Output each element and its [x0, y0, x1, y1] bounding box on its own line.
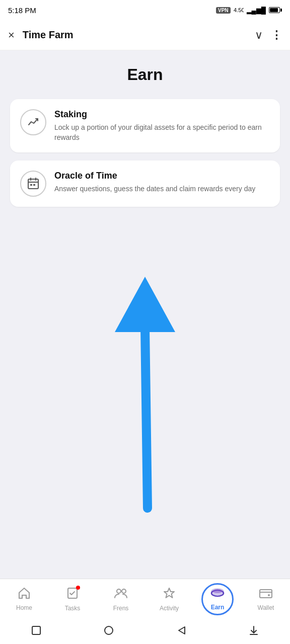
chevron-down-icon[interactable]: ∨ [255, 29, 263, 42]
activity-label: Activity [160, 605, 179, 612]
wallet-label: Wallet [258, 604, 274, 611]
nav-item-wallet[interactable]: Wallet [242, 587, 290, 611]
tasks-icon [66, 587, 79, 603]
android-recent-button[interactable] [31, 625, 42, 638]
svg-point-16 [268, 594, 270, 596]
earn-icon [210, 588, 225, 602]
oracle-card[interactable]: Oracle of Time Answer questions, guess t… [10, 160, 280, 207]
staking-icon [20, 109, 46, 135]
tasks-badge [76, 586, 80, 590]
svg-rect-5 [30, 184, 32, 186]
svg-text:4.5G: 4.5G [234, 7, 244, 13]
android-download-button[interactable] [248, 625, 259, 638]
nav-left: × Time Farm [8, 29, 74, 42]
staking-card[interactable]: Staking Lock up a portion of your digita… [10, 99, 280, 152]
status-icons: VPN 4.5G ▂▄▆█ [216, 6, 282, 15]
activity-icon [163, 587, 176, 603]
nav-item-activity[interactable]: Activity [145, 587, 193, 612]
android-back-button[interactable] [176, 625, 187, 638]
svg-point-14 [212, 589, 223, 593]
svg-rect-17 [32, 626, 40, 634]
app-title: Time Farm [23, 29, 74, 41]
signal-bars-icon: ▂▄▆█ [247, 7, 266, 14]
staking-description: Lock up a portion of your digital assets… [54, 123, 270, 142]
oracle-description: Answer questions, guess the dates and cl… [54, 184, 255, 194]
svg-rect-6 [33, 184, 35, 186]
earn-active-circle[interactable]: Earn [201, 583, 234, 615]
battery-icon [269, 7, 282, 13]
earn-label: Earn [211, 604, 225, 611]
nav-item-tasks[interactable]: Tasks [48, 587, 97, 612]
svg-point-11 [122, 589, 126, 593]
frens-label: Frens [113, 605, 129, 612]
nav-item-frens[interactable]: Frens [97, 587, 145, 612]
home-icon [18, 587, 31, 602]
nav-item-home[interactable]: Home [0, 587, 48, 611]
svg-point-18 [105, 626, 113, 634]
status-bar: 5:18 PM VPN 4.5G ▂▄▆█ [0, 0, 290, 20]
oracle-icon [20, 171, 46, 197]
home-label: Home [16, 604, 32, 611]
svg-marker-19 [179, 627, 185, 634]
oracle-title: Oracle of Time [54, 171, 255, 181]
main-content: Earn Staking Lock up a portion of your d… [0, 50, 290, 579]
svg-rect-15 [260, 590, 272, 598]
svg-point-10 [117, 589, 121, 593]
nav-right: ∨ ⋮ [255, 29, 282, 42]
bottom-nav: Home Tasks Frens [0, 579, 290, 619]
tasks-label: Tasks [65, 605, 81, 612]
android-system-bar [0, 619, 290, 644]
svg-rect-1 [28, 179, 38, 189]
staking-title: Staking [54, 109, 270, 120]
top-nav: × Time Farm ∨ ⋮ [0, 20, 290, 50]
nav-item-earn[interactable]: Earn [193, 583, 242, 615]
frens-icon [114, 587, 128, 603]
status-time: 5:18 PM [8, 6, 36, 15]
staking-text: Staking Lock up a portion of your digita… [54, 109, 270, 142]
more-options-icon[interactable]: ⋮ [271, 29, 282, 42]
vpn-badge: VPN [216, 7, 231, 14]
page-title: Earn [10, 65, 280, 84]
wallet-icon [259, 587, 273, 602]
signal-icon: 4.5G [234, 6, 244, 15]
android-home-button[interactable] [103, 625, 114, 638]
close-button[interactable]: × [8, 29, 15, 42]
oracle-text: Oracle of Time Answer questions, guess t… [54, 171, 255, 194]
